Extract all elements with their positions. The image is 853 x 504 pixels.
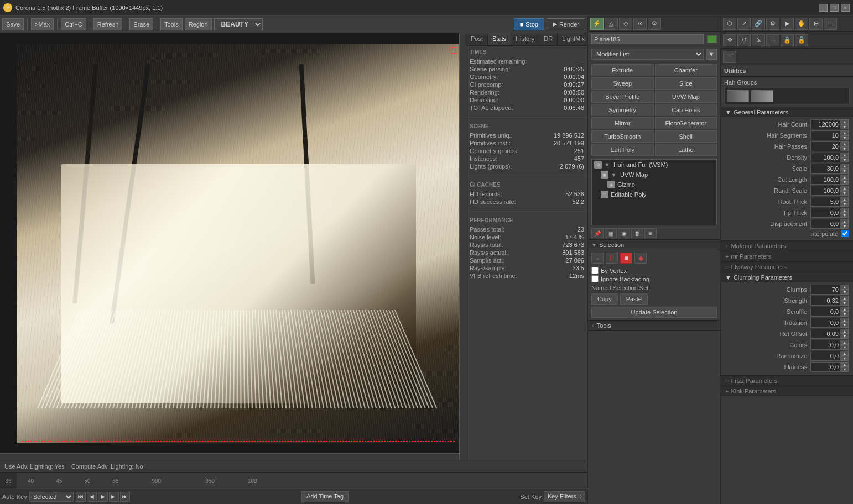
scruffle-down[interactable]: ▼ bbox=[841, 312, 849, 317]
render-button[interactable]: ▶ Render bbox=[547, 18, 585, 30]
display-btn[interactable]: ⊙ bbox=[633, 18, 647, 30]
rand-scale-input[interactable] bbox=[810, 186, 841, 196]
hierarchy-btn[interactable]: △ bbox=[605, 18, 618, 30]
modifier-list-dropdown[interactable]: Modifier List bbox=[591, 49, 704, 60]
flatness-up[interactable]: ▲ bbox=[841, 362, 849, 367]
configure-btn[interactable]: ≡ bbox=[644, 228, 657, 238]
icon-select[interactable]: ⊹ bbox=[766, 34, 779, 46]
max-button[interactable]: >Max bbox=[31, 18, 54, 30]
disp-up[interactable]: ▲ bbox=[841, 219, 849, 224]
by-vertex-checkbox[interactable] bbox=[591, 267, 599, 274]
mod-floorgenerator[interactable]: FloorGenerator bbox=[655, 117, 717, 129]
selected-dropdown[interactable]: Selected bbox=[29, 492, 74, 502]
strength-up[interactable]: ▲ bbox=[841, 296, 849, 301]
hair-pass-down[interactable]: ▼ bbox=[841, 146, 849, 151]
play-btn[interactable]: ▶ bbox=[98, 492, 108, 502]
stop-button[interactable]: ■ Stop bbox=[514, 18, 544, 30]
rotation-input[interactable] bbox=[810, 318, 841, 328]
interpolate-checkbox[interactable] bbox=[841, 230, 849, 237]
hair-seg-up[interactable]: ▲ bbox=[841, 130, 849, 135]
render-viewport[interactable] bbox=[0, 33, 466, 460]
rot-offset-input[interactable] bbox=[810, 329, 841, 339]
scruffle-up[interactable]: ▲ bbox=[841, 307, 849, 312]
stack-item-editable-poly[interactable]: □ Editable Poly bbox=[599, 190, 716, 200]
colors-up[interactable]: ▲ bbox=[841, 340, 849, 345]
mod-turbosmooth[interactable]: TurboSmooth bbox=[591, 130, 654, 143]
region-button[interactable]: Region bbox=[185, 18, 212, 30]
icon-lock[interactable]: 🔒 bbox=[781, 34, 794, 46]
colors-input[interactable] bbox=[810, 340, 841, 350]
paste-button[interactable]: Paste bbox=[620, 293, 648, 305]
dropdown-arrow[interactable]: ▼ bbox=[706, 49, 717, 60]
tip-thick-input[interactable] bbox=[810, 208, 841, 218]
scruffle-input[interactable] bbox=[810, 307, 841, 317]
update-selection-button[interactable]: Update Selection bbox=[591, 307, 717, 318]
show-result-btn[interactable]: ▦ bbox=[605, 228, 617, 238]
copy-button[interactable]: Copy bbox=[591, 293, 618, 305]
edge-mode-btn[interactable]: ⟨⟩ bbox=[606, 253, 618, 264]
tab-dr[interactable]: DR bbox=[539, 33, 558, 45]
mod-lathe[interactable]: Lathe bbox=[655, 144, 717, 156]
flyaway-params-header[interactable]: + Flyaway Parameters bbox=[721, 261, 853, 272]
flatness-down[interactable]: ▼ bbox=[841, 367, 849, 372]
next-frame-btn[interactable]: ⏭ bbox=[120, 492, 130, 502]
density-input[interactable] bbox=[810, 153, 841, 162]
material-params-header[interactable]: + Material Parameters bbox=[721, 240, 853, 251]
tab-stats[interactable]: Stats bbox=[488, 33, 511, 45]
stack-item-uvw[interactable]: ▣ ▼ UVW Map bbox=[599, 170, 716, 180]
stack-item-gizmo[interactable]: ◈ Gizmo bbox=[605, 180, 716, 190]
ignore-backfacing-checkbox[interactable] bbox=[591, 275, 599, 282]
rot-offset-up[interactable]: ▲ bbox=[841, 329, 849, 334]
frizz-params-header[interactable]: + Frizz Parameters bbox=[721, 375, 853, 386]
polygon-mode-btn[interactable]: ◆ bbox=[634, 253, 647, 264]
disp-down[interactable]: ▼ bbox=[841, 224, 849, 229]
icon-connect[interactable]: ⬡ bbox=[723, 18, 736, 30]
refresh-button[interactable]: Refresh bbox=[93, 18, 123, 30]
stack-item-hair[interactable]: ⚙ ▼ Hair and Fur (WSM) bbox=[592, 160, 716, 170]
mod-bevel-profile[interactable]: Bevel Profile bbox=[591, 91, 654, 103]
icon-move[interactable]: ✥ bbox=[723, 34, 736, 46]
next-btn[interactable]: ▶| bbox=[109, 492, 119, 502]
modifier-stack[interactable]: ⚙ ▼ Hair and Fur (WSM) ▣ ▼ UVW Map ◈ Giz… bbox=[591, 159, 717, 225]
density-up[interactable]: ▲ bbox=[841, 153, 849, 158]
root-up[interactable]: ▲ bbox=[841, 197, 849, 202]
make-unique-btn[interactable]: ◉ bbox=[618, 228, 630, 238]
tip-up[interactable]: ▲ bbox=[841, 208, 849, 213]
rotation-down[interactable]: ▼ bbox=[841, 323, 849, 328]
displacement-input[interactable] bbox=[810, 219, 841, 229]
randomize-up[interactable]: ▲ bbox=[841, 351, 849, 356]
modifier-mode-btn[interactable]: ⚡ bbox=[590, 18, 604, 30]
root-thick-input[interactable] bbox=[810, 197, 841, 207]
key-filters-button[interactable]: Key Filters... bbox=[544, 491, 585, 502]
border-mode-btn[interactable]: ■ bbox=[620, 253, 632, 264]
vertical-scrollbar[interactable] bbox=[459, 33, 466, 460]
save-button[interactable]: Save bbox=[2, 18, 24, 30]
mr-params-header[interactable]: + mr Parameters bbox=[721, 251, 853, 261]
minimize-btn[interactable]: _ bbox=[819, 4, 828, 12]
icon-lock-open[interactable]: 🔓 bbox=[795, 34, 808, 46]
mod-mirror[interactable]: Mirror bbox=[591, 117, 654, 129]
prev-btn[interactable]: ◀ bbox=[87, 492, 97, 502]
icon-link[interactable]: 🔗 bbox=[752, 18, 765, 30]
hair-count-input[interactable] bbox=[810, 119, 841, 129]
beauty-dropdown[interactable]: BEAUTY bbox=[214, 18, 263, 30]
flatness-input[interactable] bbox=[810, 362, 841, 372]
add-time-tag-button[interactable]: Add Time Tag bbox=[301, 491, 349, 502]
rot-offset-down[interactable]: ▼ bbox=[841, 334, 849, 339]
icon-settings[interactable]: ⚙ bbox=[766, 18, 779, 30]
icon-shapes[interactable]: ⊞ bbox=[809, 18, 823, 30]
ctrl-c-button[interactable]: Ctrl+C bbox=[61, 18, 86, 30]
icon-rotate[interactable]: ↺ bbox=[737, 34, 751, 46]
icon-curve[interactable]: ⌒ bbox=[723, 51, 736, 63]
clumping-params-header[interactable]: ▼ Clumping Parameters bbox=[721, 272, 853, 282]
hair-segments-input[interactable] bbox=[810, 130, 841, 140]
pin-stack-btn[interactable]: 📌 bbox=[591, 228, 604, 238]
rotation-up[interactable]: ▲ bbox=[841, 318, 849, 323]
icon-more[interactable]: ⋯ bbox=[824, 18, 837, 30]
root-down[interactable]: ▼ bbox=[841, 202, 849, 207]
tip-down[interactable]: ▼ bbox=[841, 213, 849, 218]
colors-down[interactable]: ▼ bbox=[841, 345, 849, 350]
clumps-input[interactable] bbox=[810, 285, 841, 295]
icon-arrow[interactable]: ↗ bbox=[737, 18, 751, 30]
tab-lightmix[interactable]: LightMix bbox=[558, 33, 587, 45]
